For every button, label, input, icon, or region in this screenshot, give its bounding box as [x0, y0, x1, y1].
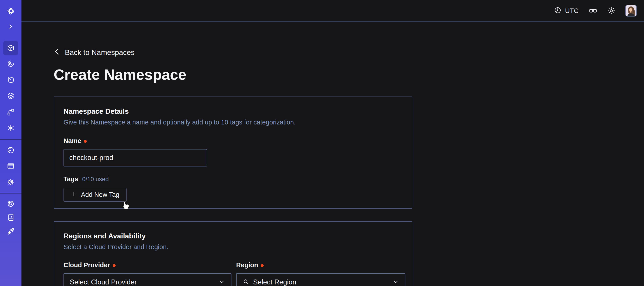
cloud-provider-field: Cloud Provider Select Cloud Provider [64, 262, 232, 286]
sidebar-divider [0, 139, 22, 140]
tags-counter: 0/10 used [82, 176, 109, 183]
tags-label: Tags [64, 175, 78, 183]
required-indicator-dot [84, 140, 87, 143]
sidebar [0, 0, 22, 286]
main-content: Back to Namespaces Create Namespace Name… [22, 23, 644, 286]
regions-availability-card: Regions and Availability Select a Cloud … [54, 221, 412, 286]
sidebar-item-settings-gear-icon[interactable] [0, 177, 22, 188]
region-field: Region Select Region [236, 262, 406, 286]
add-new-tag-button[interactable]: Add New Tag [64, 188, 126, 202]
back-to-namespaces-link[interactable]: Back to Namespaces [54, 48, 134, 57]
user-avatar[interactable] [625, 5, 637, 16]
sidebar-item-deployments-layers-icon[interactable] [0, 91, 22, 101]
name-field-label: Name [64, 137, 81, 145]
region-label: Region [236, 262, 258, 269]
back-link-label: Back to Namespaces [65, 48, 134, 57]
region-select[interactable]: Select Region [236, 273, 406, 286]
temporal-logo-icon[interactable] [0, 6, 22, 16]
add-new-tag-label: Add New Tag [81, 191, 120, 198]
chevron-left-icon [54, 48, 60, 57]
chevron-down-icon [218, 279, 225, 286]
sidebar-item-namespaces-cube-icon[interactable] [0, 43, 22, 53]
search-icon [242, 278, 250, 286]
sidebar-item-nexus-asterisk-icon[interactable] [0, 123, 22, 133]
cloud-provider-select[interactable]: Select Cloud Provider [64, 273, 232, 286]
sidebar-item-usage-gauge-icon[interactable] [0, 145, 22, 156]
sun-theme-toggle-icon[interactable] [607, 7, 616, 15]
cloud-provider-placeholder: Select Cloud Provider [70, 278, 137, 286]
sidebar-item-workflows-icon[interactable] [0, 58, 22, 69]
timezone-label: UTC [565, 7, 579, 14]
timezone-selector[interactable]: UTC [554, 6, 579, 15]
page-title: Create Namespace [54, 66, 644, 83]
namespace-name-input[interactable] [64, 149, 207, 166]
namespace-details-card: Namespace Details Give this Namespace a … [54, 96, 412, 209]
region-placeholder: Select Region [253, 278, 296, 286]
card-title: Namespace Details [64, 107, 402, 115]
sidebar-item-batch-operations-icon[interactable] [0, 107, 22, 118]
clock-icon [554, 6, 562, 15]
sidebar-item-schedules-timer-icon[interactable] [0, 75, 22, 85]
sidebar-item-support-lifebuoy-icon[interactable] [0, 198, 22, 209]
card-subtitle: Select a Cloud Provider and Region. [64, 243, 402, 251]
sidebar-divider [0, 193, 22, 194]
topbar: UTC [22, 0, 644, 22]
sidebar-item-docs-book-icon[interactable] [0, 212, 22, 223]
glasses-icon[interactable] [588, 7, 598, 14]
card-title: Regions and Availability [64, 232, 402, 240]
plus-icon [71, 191, 77, 199]
sidebar-item-get-started-rocket-icon[interactable] [0, 226, 22, 237]
card-subtitle: Give this Namespace a name and optionall… [64, 119, 402, 126]
sidebar-item-billing-card-icon[interactable] [0, 161, 22, 171]
required-indicator-dot [113, 264, 116, 267]
cloud-provider-label: Cloud Provider [64, 262, 110, 269]
chevron-down-icon [392, 279, 399, 286]
required-indicator-dot [261, 264, 264, 267]
sidebar-expand-chevron-right-icon[interactable] [0, 21, 22, 32]
